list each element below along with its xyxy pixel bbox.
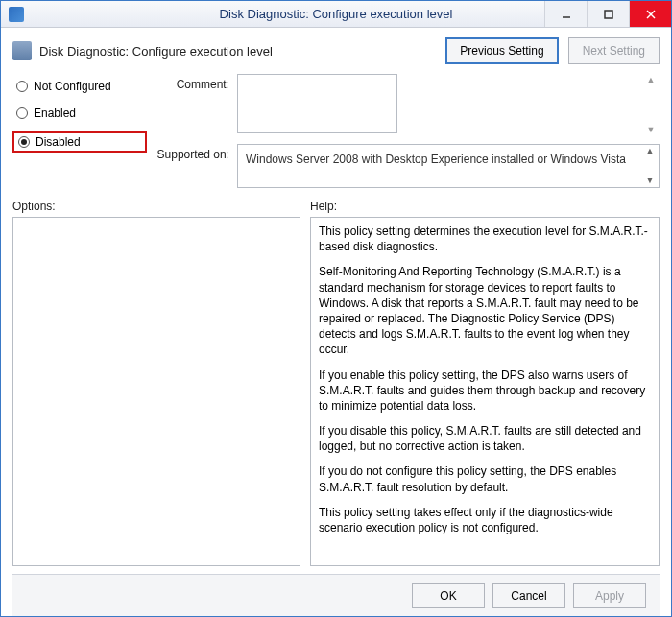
policy-icon: [12, 41, 32, 60]
minimize-button[interactable]: [544, 1, 587, 27]
help-paragraph: If you do not configure this policy sett…: [319, 463, 651, 494]
scroll-up-icon[interactable]: ▲: [643, 147, 657, 155]
content-area: Disk Diagnostic: Configure execution lev…: [1, 28, 671, 616]
comment-input[interactable]: [237, 74, 397, 133]
supported-text: Windows Server 2008 with Desktop Experie…: [246, 153, 626, 166]
scroll-up-icon[interactable]: ▲: [644, 76, 658, 84]
scroll-down-icon[interactable]: ▼: [643, 177, 657, 185]
help-paragraph: This policy setting determines the execu…: [319, 224, 651, 254]
options-panel: Options:: [12, 200, 300, 566]
fields-column: Comment: ▲ ▼ Supported on: Windows Serve…: [155, 74, 660, 188]
help-label: Help:: [310, 200, 660, 213]
comment-row: Comment: ▲ ▼: [155, 74, 660, 136]
top-section: Not Configured Enabled Disabled Comment:: [12, 74, 660, 188]
radio-label: Disabled: [36, 135, 81, 149]
nav-buttons: Previous Setting Next Setting: [445, 37, 660, 64]
window-title: Disk Diagnostic: Configure execution lev…: [220, 7, 453, 21]
radio-enabled[interactable]: Enabled: [12, 105, 147, 122]
supported-box: Windows Server 2008 with Desktop Experie…: [237, 144, 660, 188]
supported-label: Supported on:: [155, 144, 229, 188]
scroll-down-icon[interactable]: ▼: [644, 126, 658, 134]
app-icon: [9, 7, 24, 22]
cancel-button[interactable]: Cancel: [492, 583, 565, 608]
apply-button: Apply: [573, 583, 646, 608]
header-row: Disk Diagnostic: Configure execution lev…: [12, 37, 660, 64]
window-controls: [544, 1, 671, 27]
supported-row: Supported on: Windows Server 2008 with D…: [155, 144, 660, 188]
radio-not-configured[interactable]: Not Configured: [12, 78, 147, 95]
options-label: Options:: [12, 200, 300, 213]
comment-scroll: ▲ ▼: [644, 76, 658, 134]
previous-setting-button[interactable]: Previous Setting: [445, 37, 558, 64]
next-setting-button: Next Setting: [568, 37, 660, 64]
ok-button[interactable]: OK: [412, 583, 485, 608]
lower-section: Options: Help: This policy setting deter…: [12, 200, 660, 566]
radio-icon: [18, 136, 30, 148]
footer: OK Cancel Apply: [12, 574, 660, 616]
radio-icon: [16, 81, 28, 92]
help-panel: Help: This policy setting determines the…: [310, 200, 660, 566]
dialog-window: Disk Diagnostic: Configure execution lev…: [0, 0, 672, 617]
help-paragraph: This policy setting takes effect only if…: [319, 505, 651, 535]
policy-title: Disk Diagnostic: Configure execution lev…: [39, 44, 273, 59]
radio-group: Not Configured Enabled Disabled: [12, 74, 147, 188]
svg-rect-1: [605, 11, 612, 18]
help-box[interactable]: This policy setting determines the execu…: [310, 217, 660, 566]
titlebar[interactable]: Disk Diagnostic: Configure execution lev…: [1, 1, 671, 28]
options-box[interactable]: [12, 217, 300, 566]
help-paragraph: If you enable this policy setting, the D…: [319, 368, 651, 415]
supported-scroll: ▲ ▼: [643, 147, 657, 185]
close-button[interactable]: [629, 1, 671, 27]
radio-disabled[interactable]: Disabled: [12, 131, 147, 153]
comment-label: Comment:: [155, 74, 229, 136]
radio-label: Not Configured: [34, 80, 111, 93]
radio-icon: [16, 107, 28, 119]
help-paragraph: Self-Monitoring And Reporting Technology…: [319, 264, 651, 357]
radio-label: Enabled: [34, 107, 76, 120]
maximize-button[interactable]: [587, 1, 629, 27]
help-paragraph: If you disable this policy, S.M.A.R.T. f…: [319, 423, 651, 454]
